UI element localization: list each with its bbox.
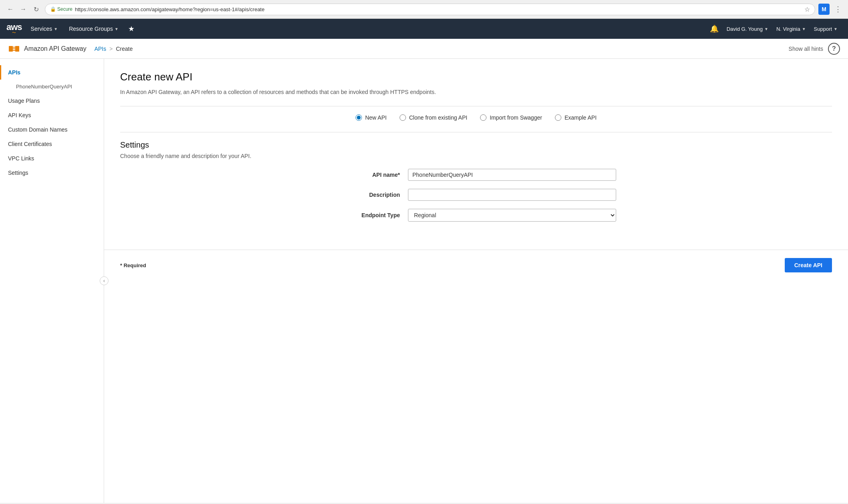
- endpoint-type-select[interactable]: Edge Optimized Regional Private: [408, 209, 616, 222]
- content-inner: Create new API In Amazon API Gateway, an…: [104, 59, 848, 242]
- settings-description: Choose a friendly name and description f…: [120, 153, 832, 159]
- back-button[interactable]: ←: [5, 4, 16, 15]
- description-label: Description: [336, 192, 408, 198]
- services-menu[interactable]: Services ▼: [25, 19, 64, 39]
- sidebar-item-vpc-links[interactable]: VPC Links: [0, 151, 104, 166]
- endpoint-type-label: Endpoint Type: [336, 212, 408, 218]
- reload-button[interactable]: ↻: [30, 4, 42, 15]
- service-header: Amazon API Gateway APIs > Create Show al…: [0, 39, 848, 59]
- sidebar-toggle-button[interactable]: ‹: [100, 276, 109, 285]
- settings-section-title: Settings: [120, 140, 832, 150]
- endpoint-type-control: Edge Optimized Regional Private: [408, 209, 616, 222]
- sidebar-item-settings[interactable]: Settings: [0, 166, 104, 180]
- user-chevron-icon: ▼: [764, 27, 768, 31]
- aws-logo-mark: aws 〜: [6, 22, 22, 36]
- region-chevron-icon: ▼: [802, 27, 806, 31]
- svg-rect-1: [15, 46, 19, 52]
- show-hints-button[interactable]: Show all hints: [789, 46, 823, 52]
- breadcrumb-current: Create: [116, 46, 133, 52]
- description-input[interactable]: [408, 189, 616, 201]
- secure-badge: 🔒 Secure: [50, 6, 72, 12]
- divider-settings-top: [120, 132, 832, 132]
- endpoint-type-row: Endpoint Type Edge Optimized Regional Pr…: [336, 209, 616, 222]
- page-title: Create new API: [120, 71, 832, 83]
- api-name-control: [408, 169, 616, 181]
- nav-buttons: ← → ↻: [5, 4, 42, 15]
- bookmark-icon[interactable]: ☆: [804, 6, 810, 13]
- radio-option-import-swagger[interactable]: Import from Swagger: [480, 114, 542, 121]
- breadcrumb-apis-link[interactable]: APIs: [94, 46, 107, 52]
- description-control: [408, 189, 616, 201]
- radio-import-swagger[interactable]: [480, 114, 486, 121]
- sidebar-item-apis[interactable]: APIs: [0, 65, 104, 80]
- api-type-radio-group: New API Clone from existing API Import f…: [120, 114, 832, 121]
- sidebar-item-client-certificates[interactable]: Client Certificates: [0, 137, 104, 151]
- description-row: Description: [336, 189, 616, 201]
- aws-logo: aws 〜: [6, 22, 22, 36]
- settings-form: API name* Description Endpoint Type: [336, 169, 616, 222]
- api-name-row: API name*: [336, 169, 616, 181]
- favorites-icon[interactable]: ★: [124, 24, 139, 33]
- service-name: Amazon API Gateway: [24, 45, 86, 52]
- profile-avatar[interactable]: M: [818, 4, 830, 15]
- main-layout: ‹ APIs PhoneNumberQueryAPI Usage Plans A…: [0, 59, 848, 503]
- create-api-button[interactable]: Create API: [785, 258, 832, 272]
- sidebar-item-api-keys[interactable]: API Keys: [0, 108, 104, 122]
- radio-example-api[interactable]: [555, 114, 561, 121]
- support-chevron-icon: ▼: [834, 27, 838, 31]
- notifications-icon[interactable]: 🔔: [706, 24, 723, 33]
- radio-new-api[interactable]: [356, 114, 362, 121]
- browser-chrome: ← → ↻ 🔒 Secure https://console.aws.amazo…: [0, 0, 848, 19]
- lock-icon: 🔒: [50, 6, 56, 12]
- address-bar: 🔒 Secure https://console.aws.amazon.com/…: [45, 4, 815, 15]
- divider-top: [120, 106, 832, 106]
- content-area: Create new API In Amazon API Gateway, an…: [104, 59, 848, 503]
- browser-menu-button[interactable]: ⋮: [833, 3, 843, 15]
- required-note: * Required: [120, 262, 146, 268]
- sidebar-item-phone-number-query-api[interactable]: PhoneNumberQueryAPI: [0, 80, 104, 94]
- services-chevron-icon: ▼: [54, 27, 58, 31]
- help-button[interactable]: ?: [828, 43, 840, 55]
- content-footer: * Required Create API: [104, 250, 848, 280]
- support-menu[interactable]: Support ▼: [810, 26, 842, 32]
- radio-option-clone-api[interactable]: Clone from existing API: [400, 114, 468, 121]
- api-name-label: API name*: [336, 172, 408, 178]
- sidebar-item-custom-domain-names[interactable]: Custom Domain Names: [0, 122, 104, 137]
- forward-button[interactable]: →: [18, 4, 29, 15]
- resource-groups-chevron-icon: ▼: [115, 27, 119, 31]
- resource-groups-menu[interactable]: Resource Groups ▼: [63, 19, 124, 39]
- region-menu[interactable]: N. Virginia ▼: [772, 26, 810, 32]
- sidebar-item-usage-plans[interactable]: Usage Plans: [0, 94, 104, 108]
- radio-option-example-api[interactable]: Example API: [555, 114, 597, 121]
- sidebar: ‹ APIs PhoneNumberQueryAPI Usage Plans A…: [0, 59, 104, 503]
- breadcrumb: APIs > Create: [94, 46, 133, 52]
- svg-rect-0: [9, 46, 13, 52]
- api-name-input[interactable]: [408, 169, 616, 181]
- aws-navbar: aws 〜 Services ▼ Resource Groups ▼ ★ 🔔 D…: [0, 19, 848, 39]
- api-gateway-icon: [8, 43, 20, 55]
- page-description: In Amazon API Gateway, an API refers to …: [120, 88, 832, 96]
- breadcrumb-separator: >: [109, 46, 113, 52]
- radio-option-new-api[interactable]: New API: [356, 114, 387, 121]
- radio-clone-api[interactable]: [400, 114, 406, 121]
- url-text[interactable]: https://console.aws.amazon.com/apigatewa…: [75, 6, 802, 12]
- user-menu[interactable]: David G. Young ▼: [723, 26, 772, 32]
